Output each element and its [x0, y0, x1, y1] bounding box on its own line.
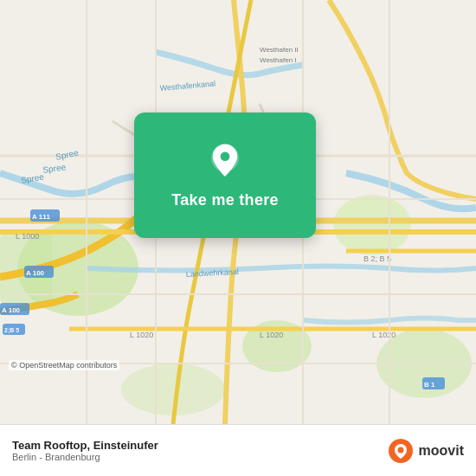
location-sub: Berlin - Brandenburg — [12, 452, 158, 462]
svg-point-43 — [221, 151, 230, 161]
svg-text:B 2; B 5: B 2; B 5 — [363, 254, 391, 263]
svg-text:B 1: B 1 — [424, 381, 435, 389]
svg-text:L 1000: L 1000 — [16, 232, 39, 241]
map-container: L 1000 L 1020 L 1020 L 1020 B 2; B 5 A 1… — [0, 0, 476, 424]
bottom-bar: Team Rooftop, Einsteinufer Berlin - Bran… — [0, 424, 476, 476]
take-me-there-button[interactable]: Take me there — [171, 191, 279, 209]
svg-text:L 1020: L 1020 — [372, 331, 396, 339]
svg-text:A 111: A 111 — [32, 213, 51, 221]
svg-text:2;B 5: 2;B 5 — [4, 327, 19, 334]
action-card: Take me there — [134, 113, 316, 238]
location-info: Team Rooftop, Einsteinufer Berlin - Bran… — [12, 439, 158, 462]
svg-point-45 — [397, 447, 403, 453]
svg-text:Westhafen I: Westhafen I — [260, 56, 297, 64]
svg-text:Westhafen II: Westhafen II — [260, 46, 299, 54]
location-pin-icon — [204, 141, 246, 183]
copyright-notice: © OpenStreetMap contributors — [9, 360, 119, 370]
moovit-logo: moovit — [388, 438, 464, 464]
location-name: Team Rooftop, Einsteinufer — [12, 439, 158, 452]
moovit-icon — [388, 438, 414, 464]
svg-point-2 — [333, 195, 411, 255]
svg-text:A 100: A 100 — [2, 306, 21, 314]
svg-text:A 100: A 100 — [26, 269, 45, 277]
svg-text:L 1020: L 1020 — [130, 331, 153, 339]
moovit-text: moovit — [419, 443, 464, 459]
svg-text:L 1020: L 1020 — [260, 331, 283, 339]
